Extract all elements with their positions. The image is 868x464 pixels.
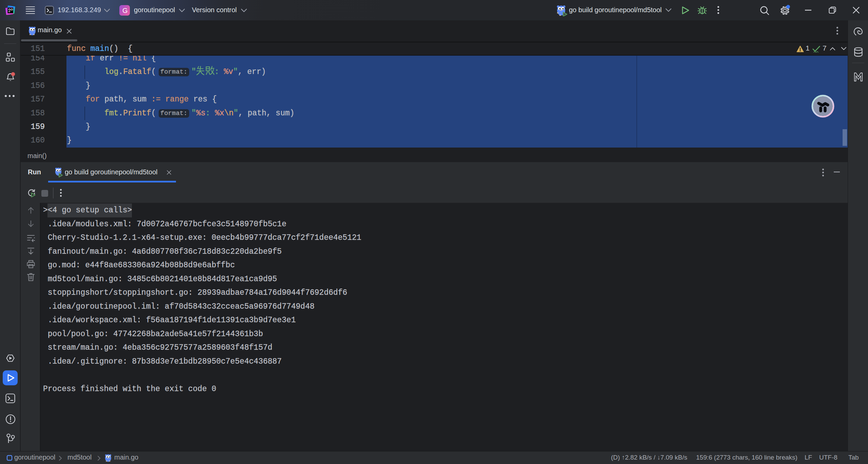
- svg-text:G: G: [122, 7, 128, 14]
- svg-text:GO: GO: [8, 8, 13, 11]
